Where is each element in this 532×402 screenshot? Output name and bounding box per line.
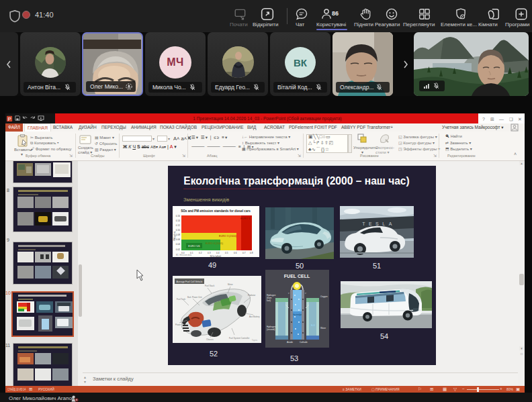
svg-text:0.2: 0.2 [199,252,202,254]
svg-text:0.08: 0.08 [176,234,180,236]
svg-text:Power Control: Power Control [175,323,188,326]
svg-text:Cathode: Cathode [300,341,308,344]
svg-text:0.10: 0.10 [176,229,180,232]
svg-text:Fuel System Controller: Fuel System Controller [229,337,250,340]
svg-text:e⁻: e⁻ [288,292,291,295]
svg-text:0.5: 0.5 [225,252,228,254]
svg-text:(unused): (unused) [267,328,275,331]
svg-text:FUEL CELL: FUEL CELL [284,274,310,279]
svg-text:Motor: Motor [228,283,233,286]
svg-text:EURO 4 (2005): EURO 4 (2005) [206,242,224,245]
svg-text:H₂O: H₂O [311,324,316,327]
svg-text:EURO 5/6: EURO 5/6 [188,245,200,248]
svg-text:Electrolyte: Electrolyte [292,313,303,316]
svg-text:SOx and PM emission standards: SOx and PM emission standards for diesel… [181,209,251,213]
svg-text:P: P [8,116,11,121]
svg-text:0.04: 0.04 [176,243,180,246]
svg-text:0.6: 0.6 [234,252,237,254]
svg-text:Water: Water [320,327,326,330]
svg-text:e⁻: e⁻ [305,292,308,295]
svg-text:Batt. Power Unit: Batt. Power Unit [187,296,202,299]
svg-text:TESLA: TESLA [362,221,396,226]
svg-text:0.7: 0.7 [242,252,246,254]
svg-text:EURO 3 (2000): EURO 3 (2000) [219,235,237,238]
svg-text:BC: Emission data: BC: Emission data [176,254,191,256]
svg-text:0.16: 0.16 [176,215,180,217]
svg-text:EURO 1: EURO 1 [240,217,250,220]
svg-text:Fuel Stack: Fuel Stack [205,285,215,287]
svg-text:Toyota: Toyota [252,339,258,342]
svg-text:0.8: 0.8 [250,252,253,254]
svg-text:Aux Battery: Aux Battery [249,315,260,318]
svg-text:Average Fuel Cell Vehicle: Average Fuel Cell Vehicle [177,281,203,283]
svg-text:NOx (g/km): NOx (g/km) [210,255,221,258]
svg-text:fuel): fuel) [267,299,271,302]
svg-text:0.3: 0.3 [208,252,211,254]
svg-text:0.12: 0.12 [176,224,180,227]
svg-text:0.02: 0.02 [176,248,180,251]
svg-text:Anode: Anode [287,341,293,344]
svg-text:0.14: 0.14 [176,219,180,222]
svg-text:Chassis: Chassis [206,338,214,341]
svg-text:Oxygen: Oxygen [320,295,328,298]
svg-text:PM (g/km): PM (g/km) [173,232,176,242]
svg-text:0.4: 0.4 [216,252,220,254]
svg-text:0.06: 0.06 [176,238,180,241]
svg-text:Radiator: Radiator [248,294,255,297]
svg-text:Fuel Tank: Fuel Tank [177,298,185,301]
